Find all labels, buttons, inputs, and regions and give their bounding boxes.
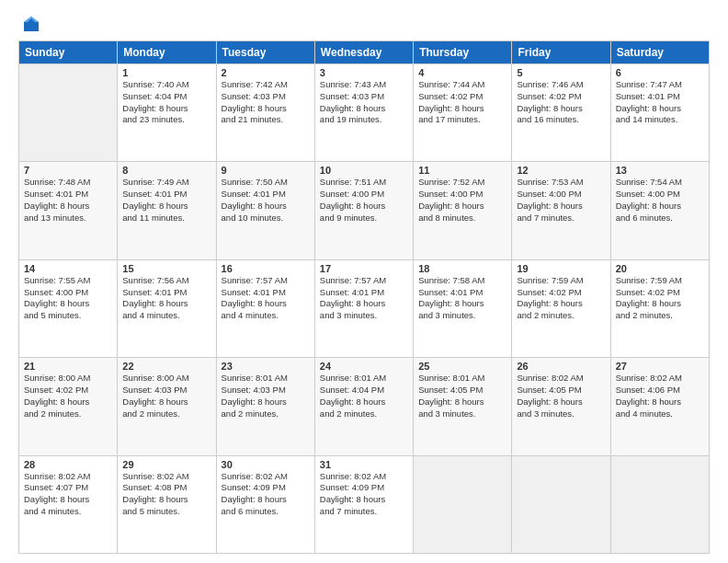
day-number: 26 — [517, 361, 605, 372]
day-number: 2 — [222, 67, 310, 78]
calendar-cell: 15Sunrise: 7:56 AMSunset: 4:01 PMDayligh… — [118, 259, 216, 357]
calendar-week-1: 1Sunrise: 7:40 AMSunset: 4:04 PMDaylight… — [19, 64, 710, 162]
calendar-cell — [414, 455, 512, 553]
calendar-cell: 2Sunrise: 7:42 AMSunset: 4:03 PMDaylight… — [216, 64, 314, 162]
svg-marker-0 — [24, 17, 39, 31]
calendar-header-saturday: Saturday — [610, 41, 709, 64]
day-info: Sunrise: 7:52 AMSunset: 4:00 PMDaylight:… — [418, 177, 506, 224]
calendar-header-row: SundayMondayTuesdayWednesdayThursdayFrid… — [19, 41, 710, 64]
day-info: Sunrise: 8:02 AMSunset: 4:05 PMDaylight:… — [517, 373, 605, 419]
header — [18, 15, 710, 33]
day-number: 29 — [122, 459, 210, 470]
calendar-header-friday: Friday — [512, 41, 610, 64]
day-info: Sunrise: 8:02 AMSunset: 4:08 PMDaylight:… — [122, 471, 210, 518]
calendar-cell: 8Sunrise: 7:49 AMSunset: 4:01 PMDaylight… — [118, 162, 216, 259]
day-info: Sunrise: 7:58 AMSunset: 4:01 PMDaylight:… — [418, 275, 506, 322]
calendar-cell: 11Sunrise: 7:52 AMSunset: 4:00 PMDayligh… — [414, 162, 512, 259]
calendar-cell — [19, 64, 118, 162]
day-info: Sunrise: 7:47 AMSunset: 4:01 PMDaylight:… — [616, 79, 704, 126]
calendar-cell: 27Sunrise: 8:02 AMSunset: 4:06 PMDayligh… — [610, 358, 709, 455]
day-number: 25 — [418, 361, 506, 372]
day-number: 16 — [222, 263, 310, 274]
day-number: 18 — [418, 263, 506, 274]
day-info: Sunrise: 7:53 AMSunset: 4:00 PMDaylight:… — [517, 177, 605, 224]
day-number: 30 — [222, 459, 310, 470]
day-number: 8 — [122, 165, 210, 176]
calendar-table: SundayMondayTuesdayWednesdayThursdayFrid… — [18, 40, 710, 554]
day-info: Sunrise: 7:56 AMSunset: 4:01 PMDaylight:… — [122, 275, 210, 322]
day-info: Sunrise: 7:42 AMSunset: 4:03 PMDaylight:… — [222, 79, 310, 126]
day-info: Sunrise: 8:02 AMSunset: 4:09 PMDaylight:… — [222, 471, 310, 518]
calendar-cell: 23Sunrise: 8:01 AMSunset: 4:03 PMDayligh… — [216, 358, 314, 455]
day-info: Sunrise: 7:48 AMSunset: 4:01 PMDaylight:… — [24, 177, 112, 224]
day-info: Sunrise: 7:57 AMSunset: 4:01 PMDaylight:… — [222, 275, 310, 322]
day-number: 14 — [24, 263, 112, 274]
day-info: Sunrise: 8:01 AMSunset: 4:04 PMDaylight:… — [320, 373, 408, 419]
calendar-cell: 14Sunrise: 7:55 AMSunset: 4:00 PMDayligh… — [19, 259, 118, 357]
day-info: Sunrise: 7:59 AMSunset: 4:02 PMDaylight:… — [616, 275, 704, 322]
day-number: 24 — [320, 361, 408, 372]
calendar-cell: 24Sunrise: 8:01 AMSunset: 4:04 PMDayligh… — [314, 358, 413, 455]
calendar-cell: 1Sunrise: 7:40 AMSunset: 4:04 PMDaylight… — [118, 64, 216, 162]
day-number: 27 — [616, 361, 704, 372]
day-number: 6 — [616, 67, 704, 78]
day-number: 20 — [616, 263, 704, 274]
calendar-cell: 29Sunrise: 8:02 AMSunset: 4:08 PMDayligh… — [118, 455, 216, 553]
day-info: Sunrise: 7:59 AMSunset: 4:02 PMDaylight:… — [517, 275, 605, 322]
calendar-cell: 22Sunrise: 8:00 AMSunset: 4:03 PMDayligh… — [118, 358, 216, 455]
day-number: 5 — [517, 67, 605, 78]
day-info: Sunrise: 7:49 AMSunset: 4:01 PMDaylight:… — [122, 177, 210, 224]
calendar-cell: 7Sunrise: 7:48 AMSunset: 4:01 PMDaylight… — [19, 162, 118, 259]
logo-icon — [22, 15, 40, 33]
day-info: Sunrise: 8:00 AMSunset: 4:02 PMDaylight:… — [24, 373, 112, 419]
calendar-cell: 26Sunrise: 8:02 AMSunset: 4:05 PMDayligh… — [512, 358, 610, 455]
day-number: 28 — [24, 459, 112, 470]
day-number: 19 — [517, 263, 605, 274]
calendar-header-sunday: Sunday — [19, 41, 118, 64]
day-number: 15 — [122, 263, 210, 274]
calendar-cell: 5Sunrise: 7:46 AMSunset: 4:02 PMDaylight… — [512, 64, 610, 162]
day-number: 7 — [24, 165, 112, 176]
day-number: 22 — [122, 361, 210, 372]
calendar-cell: 30Sunrise: 8:02 AMSunset: 4:09 PMDayligh… — [216, 455, 314, 553]
calendar-cell: 6Sunrise: 7:47 AMSunset: 4:01 PMDaylight… — [610, 64, 709, 162]
day-number: 17 — [320, 263, 408, 274]
day-number: 31 — [320, 459, 408, 470]
day-info: Sunrise: 7:57 AMSunset: 4:01 PMDaylight:… — [320, 275, 408, 322]
day-number: 11 — [418, 165, 506, 176]
calendar-cell: 25Sunrise: 8:01 AMSunset: 4:05 PMDayligh… — [414, 358, 512, 455]
calendar-week-4: 21Sunrise: 8:00 AMSunset: 4:02 PMDayligh… — [19, 358, 710, 455]
calendar-cell — [512, 455, 610, 553]
day-number: 13 — [616, 165, 704, 176]
day-number: 21 — [24, 361, 112, 372]
day-info: Sunrise: 8:00 AMSunset: 4:03 PMDaylight:… — [122, 373, 210, 419]
calendar-header-monday: Monday — [118, 41, 216, 64]
day-info: Sunrise: 7:46 AMSunset: 4:02 PMDaylight:… — [517, 79, 605, 126]
day-info: Sunrise: 8:02 AMSunset: 4:09 PMDaylight:… — [320, 471, 408, 518]
day-info: Sunrise: 7:40 AMSunset: 4:04 PMDaylight:… — [122, 79, 210, 126]
calendar-cell — [610, 455, 709, 553]
calendar-cell: 19Sunrise: 7:59 AMSunset: 4:02 PMDayligh… — [512, 259, 610, 357]
calendar-cell: 31Sunrise: 8:02 AMSunset: 4:09 PMDayligh… — [314, 455, 413, 553]
day-info: Sunrise: 8:01 AMSunset: 4:03 PMDaylight:… — [222, 373, 310, 419]
day-info: Sunrise: 7:50 AMSunset: 4:01 PMDaylight:… — [222, 177, 310, 224]
calendar-header-tuesday: Tuesday — [216, 41, 314, 64]
calendar-cell: 13Sunrise: 7:54 AMSunset: 4:00 PMDayligh… — [610, 162, 709, 259]
calendar-week-2: 7Sunrise: 7:48 AMSunset: 4:01 PMDaylight… — [19, 162, 710, 259]
calendar-week-5: 28Sunrise: 8:02 AMSunset: 4:07 PMDayligh… — [19, 455, 710, 553]
calendar-cell: 4Sunrise: 7:44 AMSunset: 4:02 PMDaylight… — [414, 64, 512, 162]
day-number: 4 — [418, 67, 506, 78]
day-number: 12 — [517, 165, 605, 176]
calendar-cell: 9Sunrise: 7:50 AMSunset: 4:01 PMDaylight… — [216, 162, 314, 259]
day-info: Sunrise: 7:44 AMSunset: 4:02 PMDaylight:… — [418, 79, 506, 126]
calendar-cell: 20Sunrise: 7:59 AMSunset: 4:02 PMDayligh… — [610, 259, 709, 357]
day-info: Sunrise: 8:01 AMSunset: 4:05 PMDaylight:… — [418, 373, 506, 419]
day-info: Sunrise: 7:55 AMSunset: 4:00 PMDaylight:… — [24, 275, 112, 322]
day-number: 3 — [320, 67, 408, 78]
calendar-cell: 28Sunrise: 8:02 AMSunset: 4:07 PMDayligh… — [19, 455, 118, 553]
day-number: 10 — [320, 165, 408, 176]
calendar-week-3: 14Sunrise: 7:55 AMSunset: 4:00 PMDayligh… — [19, 259, 710, 357]
calendar-cell: 16Sunrise: 7:57 AMSunset: 4:01 PMDayligh… — [216, 259, 314, 357]
day-info: Sunrise: 8:02 AMSunset: 4:06 PMDaylight:… — [616, 373, 704, 419]
day-number: 1 — [122, 67, 210, 78]
